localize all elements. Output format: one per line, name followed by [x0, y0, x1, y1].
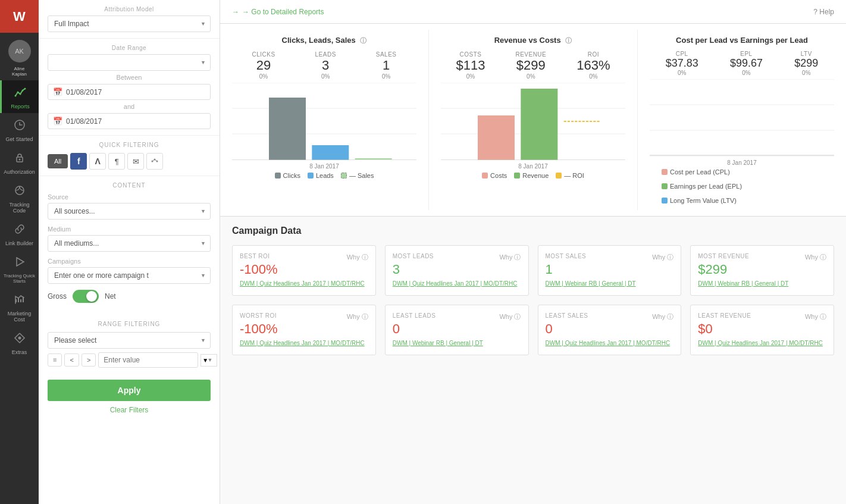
- sidebar-item-authorization[interactable]: Authorization: [0, 146, 39, 179]
- source-select[interactable]: All sources...: [48, 203, 211, 220]
- quick-filtering-section: QUICK FILTERING All f Λ ¶ ✉: [39, 136, 220, 176]
- go-to-reports-link[interactable]: → → Go to Detailed Reports: [232, 8, 324, 16]
- campaigns-select[interactable]: Enter one or more campaign t: [48, 267, 211, 284]
- most-revenue-desc[interactable]: DWM | Webinar RB | General | DT: [698, 280, 826, 288]
- least-leads-why[interactable]: Why ⓘ: [499, 312, 521, 321]
- content-label: CONTENT: [48, 182, 211, 189]
- stat-costs: COSTS $113 0%: [456, 51, 485, 80]
- range-value-input[interactable]: [98, 352, 198, 368]
- range-filtering-section: RANGE FILTERING Please select = < > ▼: [39, 315, 220, 374]
- campaigns-label: Campaigns: [48, 258, 211, 265]
- ltv-label: LTV: [794, 51, 818, 57]
- worst-roi-why[interactable]: Why ⓘ: [347, 312, 368, 321]
- help-link[interactable]: ? Help: [813, 8, 834, 16]
- least-revenue-why[interactable]: Why ⓘ: [805, 312, 826, 321]
- least-sales-why[interactable]: Why ⓘ: [652, 312, 673, 321]
- apply-button[interactable]: Apply: [48, 380, 211, 401]
- qf-btn-all[interactable]: All: [48, 154, 68, 168]
- svg-point-7: [18, 159, 20, 161]
- chart-panel-cpl: Cost per Lead vs Earnings per Lead CPL $…: [638, 30, 846, 210]
- attribution-model-select[interactable]: Full Impact: [48, 15, 211, 32]
- best-roi-why[interactable]: Why ⓘ: [347, 253, 368, 262]
- worst-roi-value: -100%: [240, 321, 368, 337]
- gross-label: Gross: [48, 292, 67, 300]
- least-sales-desc[interactable]: DWM | Quiz Headlines Jan 2017 | MO/DT/RH…: [546, 339, 674, 348]
- least-leads-desc[interactable]: DWM | Webinar RB | General | DT: [393, 339, 521, 348]
- epl-value: $99.67: [730, 57, 763, 70]
- legend-dot-epl: [662, 183, 668, 189]
- most-sales-value: 1: [546, 262, 674, 277]
- card-least-sales: LEAST SALES Why ⓘ 0 DWM | Quiz Headlines…: [538, 305, 682, 355]
- get-started-icon: [14, 119, 26, 134]
- qf-btn-adwords[interactable]: Λ: [89, 153, 106, 170]
- avatar: AK: [8, 40, 31, 62]
- legend-dot-leads: [308, 173, 314, 179]
- sidebar-item-extras[interactable]: Extras: [0, 326, 39, 359]
- sidebar-item-tracking-quick-starts[interactable]: Tracking Quick Starts: [0, 250, 39, 287]
- roi-pct: 0%: [576, 73, 610, 80]
- sidebar-item-marketing-cost[interactable]: Marketing Cost: [0, 287, 39, 326]
- extras-icon: [14, 332, 26, 347]
- app-logo: W: [0, 0, 39, 33]
- clear-filters-link[interactable]: Clear Filters: [39, 401, 220, 419]
- date-range-section: Date Range Between 📅 and 📅: [39, 39, 220, 136]
- charts-area: Clicks, Leads, Sales ⓘ CLICKS 29 0% LEAD…: [220, 24, 846, 217]
- least-revenue-desc[interactable]: DWM | Quiz Headlines Jan 2017 | MO/DT/RH…: [698, 339, 826, 348]
- legend-sales: — Sales: [341, 172, 374, 179]
- nav-link-builder-label: Link Builder: [5, 240, 33, 246]
- range-extra-select[interactable]: ▼: [200, 354, 217, 367]
- and-label: and: [48, 103, 211, 110]
- chart2-stats: COSTS $113 0% REVENUE $299 0% ROI 163% 0…: [441, 51, 625, 80]
- svg-point-1: [17, 92, 19, 93]
- info-icon-2[interactable]: ⓘ: [565, 37, 572, 44]
- most-revenue-why[interactable]: Why ⓘ: [805, 253, 826, 262]
- best-roi-desc[interactable]: DWM | Quiz Headlines Jan 2017 | MO/DT/RH…: [240, 280, 368, 288]
- most-leads-value: 3: [393, 262, 521, 277]
- ltv-pct: 0%: [794, 70, 818, 76]
- svg-point-2: [20, 93, 21, 95]
- marketing-cost-icon: [14, 293, 26, 308]
- help-icon: ?: [813, 8, 817, 16]
- chart-panel-clicks: Clicks, Leads, Sales ⓘ CLICKS 29 0% LEAD…: [220, 30, 429, 210]
- roi-label: ROI: [576, 51, 610, 58]
- qf-btn-other[interactable]: [146, 153, 163, 170]
- most-sales-why[interactable]: Why ⓘ: [652, 253, 673, 262]
- chart1-stats: CLICKS 29 0% LEADS 3 0% SALES 1 0%: [232, 51, 416, 80]
- range-eq-btn[interactable]: =: [48, 353, 62, 367]
- sidebar-item-reports[interactable]: Reports: [0, 80, 39, 113]
- worst-roi-desc[interactable]: DWM | Quiz Headlines Jan 2017 | MO/DT/RH…: [240, 339, 368, 348]
- svg-point-10: [18, 337, 21, 340]
- date-from-input[interactable]: [66, 88, 205, 96]
- range-gt-btn[interactable]: >: [82, 353, 96, 367]
- qf-btn-wordpress[interactable]: ¶: [108, 153, 125, 170]
- nav-authorization-label: Authorization: [4, 169, 35, 175]
- qf-btn-email[interactable]: ✉: [127, 153, 144, 170]
- range-select[interactable]: Please select: [48, 332, 211, 349]
- sidebar-item-tracking-code[interactable]: Tracking Code: [0, 179, 39, 217]
- nav-marketing-cost-label: Marketing Cost: [2, 311, 36, 323]
- sidebar-item-get-started[interactable]: Get Started: [0, 113, 39, 146]
- most-leads-desc[interactable]: DWM | Quiz Headlines Jan 2017 | MO/DT/RH…: [393, 280, 521, 288]
- gross-net-toggle[interactable]: [73, 290, 99, 303]
- range-extra-wrapper: ▼: [200, 354, 217, 367]
- stat-cpl: CPL $37.83 0%: [666, 51, 698, 76]
- leads-label: LEADS: [315, 51, 336, 58]
- stat-sales: SALES 1 0%: [376, 51, 397, 80]
- clicks-pct: 0%: [252, 73, 275, 80]
- least-sales-label: LEAST SALES: [546, 312, 588, 319]
- costs-pct: 0%: [456, 73, 485, 80]
- nav-user[interactable]: AK AlineKaplan: [0, 33, 39, 80]
- most-leads-why[interactable]: Why ⓘ: [499, 253, 521, 262]
- date-range-select[interactable]: [48, 54, 211, 71]
- legend-clicks: Clicks: [275, 172, 300, 179]
- medium-wrapper: All mediums...: [48, 235, 211, 252]
- medium-select[interactable]: All mediums...: [48, 235, 211, 252]
- qf-btn-facebook[interactable]: f: [70, 153, 87, 170]
- range-select-wrapper: Please select: [48, 332, 211, 349]
- most-sales-desc[interactable]: DWM | Webinar RB | General | DT: [546, 280, 674, 288]
- range-lt-btn[interactable]: <: [64, 353, 79, 367]
- date-to-input[interactable]: [66, 117, 205, 126]
- svg-marker-9: [17, 258, 24, 266]
- sidebar-item-link-builder[interactable]: Link Builder: [0, 217, 39, 250]
- info-icon-1[interactable]: ⓘ: [360, 37, 366, 44]
